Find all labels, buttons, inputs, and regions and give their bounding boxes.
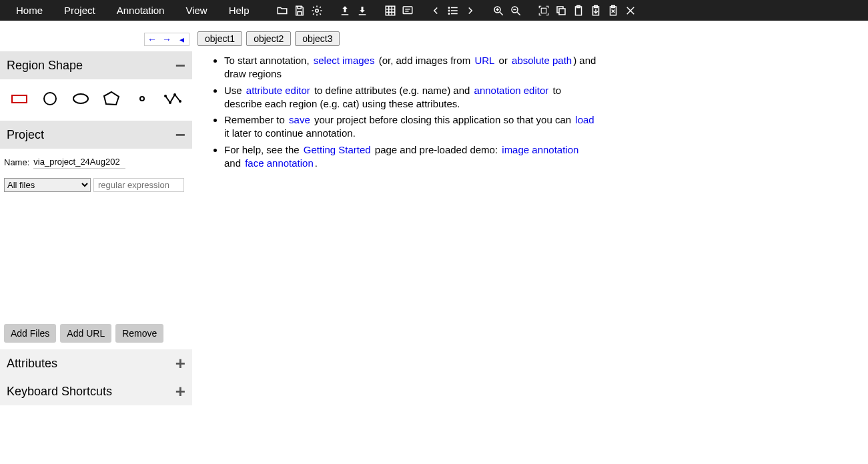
menu-project[interactable]: Project <box>53 5 106 16</box>
panel-region-shape-toggle-icon[interactable]: − <box>175 57 185 74</box>
panel-shortcuts-toggle-icon[interactable]: + <box>175 383 185 400</box>
panel-shortcuts-header[interactable]: Keyboard Shortcuts + <box>0 377 192 405</box>
download-icon[interactable] <box>356 5 368 17</box>
annotation-editor-link[interactable]: annotation editor <box>473 85 550 96</box>
project-filter-row: All files <box>4 178 188 192</box>
svg-point-13 <box>448 10 450 11</box>
menubar: Home Project Annotation View Help <box>0 0 868 21</box>
list-icon[interactable] <box>447 5 459 17</box>
select-images-link[interactable]: select images <box>312 55 376 66</box>
svg-marker-37 <box>104 92 119 105</box>
menu-help[interactable]: Help <box>218 5 260 16</box>
object3-button[interactable]: object3 <box>295 31 340 46</box>
instr-text: To start annotation, <box>224 55 312 66</box>
instr-text: to define attributes (e.g. name) and <box>312 85 473 96</box>
content-area: object1 object2 object3 To start annotat… <box>192 21 868 464</box>
toolbar-zoom-group <box>492 5 522 17</box>
panel-project-header[interactable]: Project − <box>0 121 192 149</box>
zoom-in-icon[interactable] <box>492 5 504 17</box>
toolbar-file-group <box>276 5 323 17</box>
svg-point-38 <box>140 97 144 101</box>
save-link[interactable]: save <box>288 114 312 125</box>
annotation-panel-icon[interactable] <box>402 5 414 17</box>
shape-ellipse-icon[interactable] <box>71 89 91 109</box>
sidebar-prev-icon[interactable]: ← <box>145 33 159 45</box>
instr-text: and <box>224 157 244 169</box>
folder-open-icon[interactable] <box>276 5 288 17</box>
add-url-button[interactable]: Add URL <box>60 324 111 343</box>
panel-region-shape-header[interactable]: Region Shape − <box>0 51 192 79</box>
instr-text: . <box>315 157 318 169</box>
project-name-input[interactable] <box>33 155 125 169</box>
instr-text: For help, see the <box>224 144 302 155</box>
object-buttons: object1 object2 object3 <box>197 31 863 46</box>
instruction-item: To start annotation, select images (or, … <box>224 54 598 81</box>
toolbar-import-group <box>339 5 368 17</box>
zoom-out-icon[interactable] <box>510 5 522 17</box>
toolbar-clipboard-group <box>538 5 636 17</box>
toolbar-view-group <box>384 5 414 17</box>
svg-point-12 <box>448 7 450 8</box>
shape-polyline-icon[interactable] <box>163 89 183 109</box>
svg-line-20 <box>517 12 520 15</box>
project-name-row: Name: <box>4 155 188 169</box>
panel-region-shape-title: Region Shape <box>7 59 83 73</box>
project-filter-select[interactable]: All files <box>4 178 91 192</box>
select-all-icon[interactable] <box>538 5 550 17</box>
url-link[interactable]: URL <box>473 55 496 66</box>
paste-region-icon[interactable] <box>590 5 602 17</box>
svg-point-42 <box>179 100 181 103</box>
object1-button[interactable]: object1 <box>197 31 242 46</box>
shape-polygon-icon[interactable] <box>101 89 121 109</box>
sidebar-next-icon[interactable]: → <box>159 33 174 45</box>
project-filter-regex-input[interactable] <box>93 178 184 192</box>
menu-home[interactable]: Home <box>5 5 53 16</box>
svg-point-39 <box>164 95 167 97</box>
toolbar-nav-group <box>430 5 476 17</box>
absolute-path-link[interactable]: absolute path <box>510 55 573 66</box>
gear-icon[interactable] <box>311 5 323 17</box>
upload-icon[interactable] <box>339 5 351 17</box>
getting-started-link[interactable]: Getting Started <box>302 144 372 155</box>
svg-rect-22 <box>541 8 546 13</box>
shape-rectangle-icon[interactable] <box>9 89 29 109</box>
menu-view[interactable]: View <box>175 5 218 16</box>
attribute-editor-link[interactable]: attribute editor <box>245 85 312 96</box>
paste-icon[interactable] <box>572 5 584 17</box>
instr-text: Use <box>224 85 245 96</box>
region-shape-row <box>0 79 192 121</box>
main-layout: ← → ◂ Region Shape − <box>0 21 868 464</box>
panel-project-title: Project <box>7 128 44 142</box>
grid-icon[interactable] <box>384 5 396 17</box>
face-annotation-link[interactable]: face annotation <box>244 157 315 169</box>
close-icon[interactable] <box>624 5 636 17</box>
instruction-item: For help, see the Getting Started page a… <box>224 143 598 171</box>
object2-button[interactable]: object2 <box>246 31 291 46</box>
next-icon[interactable] <box>464 5 476 17</box>
add-files-button[interactable]: Add Files <box>4 324 56 343</box>
sidebar-collapse-icon[interactable]: ◂ <box>174 33 189 45</box>
svg-rect-6 <box>403 7 412 14</box>
panel-shortcuts-title: Keyboard Shortcuts <box>7 385 112 399</box>
load-link[interactable]: load <box>574 114 595 125</box>
panel-attributes-toggle-icon[interactable]: + <box>175 355 185 372</box>
instr-text: or <box>496 55 510 66</box>
image-annotation-link[interactable]: image annotation <box>500 144 580 155</box>
sidebar: ← → ◂ Region Shape − <box>0 21 192 464</box>
instruction-item: Remember to save your project before clo… <box>224 113 598 141</box>
svg-point-40 <box>169 101 171 104</box>
remove-button[interactable]: Remove <box>115 324 163 343</box>
delete-clipboard-icon[interactable] <box>607 5 619 17</box>
instructions-list: To start annotation, select images (or, … <box>197 54 598 170</box>
svg-rect-23 <box>559 9 565 15</box>
shape-point-icon[interactable] <box>132 89 152 109</box>
menu-annotation[interactable]: Annotation <box>106 5 175 16</box>
shape-circle-icon[interactable] <box>40 89 60 109</box>
panel-project-toggle-icon[interactable]: − <box>175 126 185 143</box>
prev-icon[interactable] <box>430 5 442 17</box>
svg-rect-34 <box>12 95 27 103</box>
project-name-label: Name: <box>4 157 29 167</box>
copy-icon[interactable] <box>555 5 567 17</box>
save-icon[interactable] <box>294 5 306 17</box>
panel-attributes-header[interactable]: Attributes + <box>0 349 192 377</box>
